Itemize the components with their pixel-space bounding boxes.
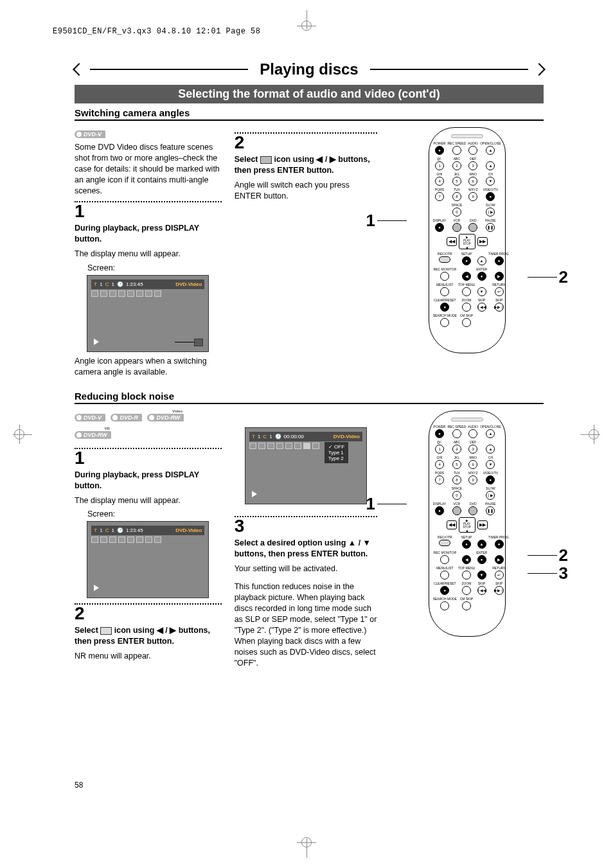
- osd-mini-icon: [154, 290, 161, 297]
- screen-label: Screen:: [87, 263, 222, 272]
- page-number: 58: [75, 781, 83, 790]
- osd-mini-icon: [127, 290, 134, 297]
- camera-angle-icon: [260, 156, 272, 164]
- intro-text: Some DVD Video discs feature scenes shot…: [75, 142, 222, 196]
- osd-mini-icon: [136, 290, 143, 297]
- osd-screenshot-3: T1 C1 🕐00:00:00 DVD-Video OFF Type 1 Typ…: [245, 427, 367, 504]
- dvd-v-badge-icon: DVD-V: [75, 414, 105, 421]
- osd-mini-icon: [91, 290, 98, 297]
- step3-heading: Select a desired option using ▲ / ▼ butt…: [235, 538, 378, 560]
- callout-3: 3: [528, 563, 568, 583]
- step1-body: The display menu will appear.: [75, 249, 222, 260]
- section-heading-noise: Reducing block noise: [75, 391, 544, 404]
- dvd-v-badge-icon: DVD-V: [75, 130, 105, 138]
- step3-body1: Your setting will be activated.: [235, 563, 378, 574]
- remote-diagram-1: POWER● REC SPEED AUDIO OPEN/CLOSE▲ @!.1 …: [429, 127, 506, 353]
- osd-screenshot-2: T1 C1 🕐1:23:45 DVD-Video: [87, 521, 209, 598]
- osd-mini-icon: [118, 290, 125, 297]
- step1-heading: During playback, press DISPLAY button.: [75, 470, 222, 492]
- nr-options-popup: OFF Type 1 Type 2: [324, 442, 348, 463]
- dvd-r-badge-icon: DVD-R: [111, 414, 142, 421]
- remote-diagram-2: POWER● REC SPEED AUDIO OPEN/CLOSE▲ @!.1 …: [429, 411, 506, 637]
- rew-button-icon: ◀◀: [447, 237, 457, 246]
- step3-body2: This function reduces noise in the playb…: [235, 581, 378, 668]
- camera-angle-icon: [194, 339, 203, 346]
- screen-label: Screen:: [87, 509, 222, 518]
- step1-body: The display menu will appear.: [75, 495, 222, 506]
- play-stop-button-icon: ▶PLAYSTOP■: [459, 234, 475, 249]
- step1-heading: During playback, press DISPLAY button.: [75, 223, 222, 245]
- ff-button-icon: ▶▶: [477, 237, 488, 246]
- step-number-1: 1: [75, 449, 222, 467]
- osd-mini-icon: [100, 290, 107, 297]
- section-heading-camera: Switching camera angles: [75, 107, 544, 121]
- callout-1: 1: [366, 211, 406, 231]
- page-title: Playing discs: [254, 60, 363, 78]
- dvd-rw-vr-badge-icon: VRDVD-RW: [75, 431, 111, 439]
- callout-2: 2: [528, 545, 568, 565]
- play-icon: [252, 491, 257, 497]
- print-file-header: E9501CD_EN/FR_v3.qx3 04.8.10 12:01 Page …: [53, 27, 260, 36]
- dvd-rw-video-badge-icon: VideoDVD-RW: [147, 414, 184, 421]
- callout-1: 1: [366, 494, 406, 514]
- rule-line: [370, 69, 528, 70]
- step-number-2: 2: [75, 605, 222, 623]
- step2-body: Angle will switch each you press ENTER b…: [235, 180, 378, 202]
- step-number-1: 1: [75, 202, 222, 220]
- angle-note: Angle icon appears when a switching came…: [75, 356, 222, 378]
- play-icon: [94, 585, 99, 591]
- chevron-left-icon: [73, 63, 85, 76]
- callout-2: 2: [528, 267, 568, 287]
- step2-heading: Select icon using ◀ / ▶ buttons, then pr…: [75, 625, 222, 647]
- rule-line: [90, 69, 248, 70]
- step2-body: NR menu will appear.: [75, 651, 222, 662]
- step-number-3: 3: [235, 517, 378, 535]
- step-number-2: 2: [235, 134, 378, 152]
- page-title-bar: Playing discs: [75, 60, 544, 78]
- osd-mini-icon: [145, 290, 152, 297]
- osd-mini-icon: [109, 290, 116, 297]
- chevron-right-icon: [533, 63, 546, 76]
- osd-screenshot-1: T1 C1 🕐1:23:45 DVD-Video: [87, 275, 209, 352]
- play-icon: [94, 339, 99, 345]
- nr-icon: [100, 627, 112, 635]
- subtitle-bar: Selecting the format of audio and video …: [75, 85, 544, 103]
- step2-heading: Select icon using ◀ / ▶ buttons, then pr…: [235, 154, 378, 176]
